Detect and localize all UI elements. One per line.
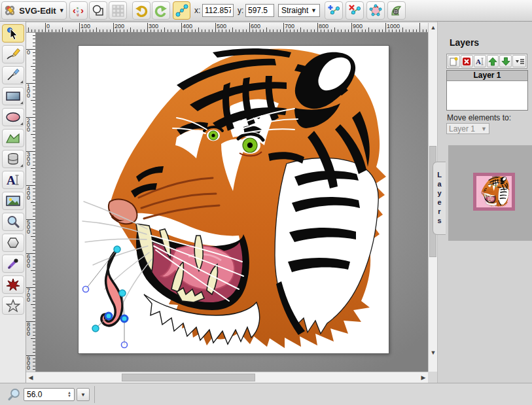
layer-row-selected[interactable]: Layer 1 [447,71,527,81]
layer-button-bar: A [446,54,527,69]
svg-text:›: › [80,5,84,16]
layer-options-button[interactable] [512,55,526,67]
scroll-right-icon[interactable]: ▶ [419,374,428,382]
link-control-points-toggle[interactable] [173,1,190,20]
horizontal-scrollbar-thumb[interactable] [122,374,255,381]
svg-text:A: A [7,173,16,186]
tool-rectangle[interactable] [2,87,24,105]
add-subpath-button[interactable] [387,1,406,20]
undo-button[interactable] [132,1,151,20]
delete-layer-icon [462,57,471,66]
chevron-down-icon: ▼ [80,392,86,398]
y-coordinate-input[interactable] [245,4,274,17]
redo-button[interactable] [152,1,170,20]
segment-type-value: Straight [281,6,308,15]
main-menu-button[interactable]: SVG-Edit ▼ [1,1,67,20]
add-node-icon [327,4,340,17]
move-layer-down-button[interactable] [499,55,512,67]
tool-text[interactable]: A [2,171,24,189]
path-tool-icon [5,132,21,144]
zoom-tool-icon [7,215,20,228]
rectangle-tool-icon [5,90,21,102]
tool-shape-library[interactable] [2,150,24,168]
document-properties-button[interactable] [89,1,107,20]
tool-eyedropper[interactable] [2,255,24,273]
rename-layer-icon: A [475,57,484,66]
move-layer-up-button[interactable] [487,55,499,67]
scroll-down-icon[interactable]: ▼ [429,349,438,357]
chevron-down-icon: ▼ [59,7,65,14]
top-toolbar: SVG-Edit ▼ ‹ › s v g [0,0,532,22]
flyout-arrow-icon [20,80,23,83]
horizontal-scrollbar[interactable]: ◀ ▶ [26,372,428,383]
layer-list[interactable]: Layer 1 [446,70,528,111]
zoom-level-value: 56.0 [27,390,42,399]
tool-ellipse[interactable] [2,108,24,126]
x-coordinate-label: x: [194,6,200,15]
grid-button[interactable] [109,1,127,20]
edit-source-icon: ‹ › s v g [72,4,85,17]
delete-node-icon [348,4,361,17]
tool-zoom[interactable] [2,213,24,231]
canvas-workspace[interactable] [36,33,428,372]
flyout-arrow-icon [20,101,23,104]
tiger-drawing[interactable] [79,46,389,353]
line-tool-icon [6,69,20,82]
add-node-button[interactable] [325,1,343,20]
close-path-button[interactable] [366,1,385,20]
tool-select[interactable] [2,24,24,43]
arrow-up-icon [488,57,497,66]
delete-layer-button[interactable] [461,55,473,67]
spinner-icon[interactable]: ▲▼ [67,391,71,398]
tool-image[interactable] [2,192,24,210]
tool-starburst[interactable] [2,275,24,294]
flyout-arrow-icon [20,122,23,125]
tool-polygon[interactable] [2,234,24,252]
redo-icon [154,4,168,17]
svg-text:A: A [476,58,481,65]
svg-canvas-page[interactable] [79,46,389,353]
segment-type-select[interactable]: Straight ▼ [278,4,320,17]
tool-pencil[interactable] [2,45,24,63]
path-node-selected [105,313,112,319]
canvas-overview [448,145,532,241]
text-tool-icon: A [5,173,21,186]
drawing-thumbnail[interactable] [473,173,515,211]
tool-star[interactable] [2,296,24,315]
ruler-horizontal: 01002003004005006007008009001000 [26,23,428,33]
svg-edit-app: SVG-Edit ▼ ‹ › s v g [0,0,532,405]
zoom-level-input[interactable]: 56.0 ▲▼ [24,388,75,401]
zoom-preset-dropdown[interactable]: ▼ [77,388,90,401]
pencil-tool-icon [6,48,20,61]
new-layer-button[interactable] [448,55,460,67]
layers-side-tab[interactable]: Layers [433,162,446,235]
tool-path[interactable] [2,129,24,147]
y-coordinate-label: y: [238,6,243,15]
ellipse-tool-icon [5,111,21,123]
chevron-down-icon: ▼ [481,126,487,132]
tool-line[interactable] [2,66,24,84]
flyout-arrow-icon [20,164,23,167]
x-coordinate-input[interactable] [202,4,234,17]
path-node [119,290,126,296]
chevron-down-icon: ▼ [311,7,317,14]
left-tool-palette: A [0,22,26,383]
rename-layer-button[interactable]: A [474,55,486,67]
layers-panel: Layers A [437,22,532,383]
select-tool-icon [6,27,20,40]
eyedropper-tool-icon [7,257,20,270]
arrow-down-icon [501,57,510,66]
move-elements-select[interactable]: Layer 1 ▼ [446,123,489,134]
star-tool-icon [6,299,20,312]
layers-panel-title: Layers [450,37,479,48]
layer-options-icon [514,57,525,66]
delete-node-button[interactable] [346,1,364,20]
edit-source-button[interactable]: ‹ › s v g [69,1,88,20]
control-point-handle [122,342,128,348]
link-control-points-icon [175,4,188,17]
control-point-handle [83,287,89,292]
scroll-left-icon[interactable]: ◀ [26,374,35,382]
add-subpath-icon [390,4,403,17]
scroll-up-icon[interactable]: ▲ [429,24,438,32]
logo-label: SVG-Edit [19,6,56,16]
